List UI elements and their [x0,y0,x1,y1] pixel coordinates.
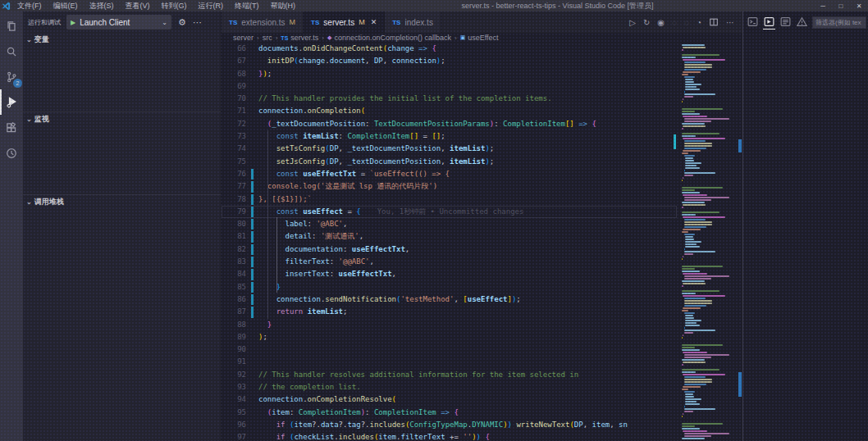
line-number[interactable]: 78 [222,193,246,206]
code-line[interactable]: 73 const itemList: CompletionItem[] = []… [222,130,677,143]
tab-server.ts[interactable]: TSserver.tsM✕ [304,11,385,33]
line-number[interactable]: 88 [222,319,246,331]
line-number[interactable]: 71 [222,105,246,117]
menu-item[interactable]: 查看(V) [120,0,156,11]
line-number[interactable]: 67 [222,55,246,67]
code-line[interactable]: 81 detail: '测试通讯', [222,230,677,243]
line-number[interactable]: 80 [222,218,246,230]
code-line[interactable]: 84 insertText: useEffectTxt, [222,268,677,280]
code-line[interactable]: 83 filterText: '@@ABC', [222,256,677,268]
activity-item-run-and-debug[interactable] [0,89,23,115]
code-line[interactable]: 69 [222,80,677,93]
code-line[interactable]: 86 connection.sendNotification('testMeth… [222,293,677,306]
code-line[interactable]: 70// This handler provides the initial l… [222,93,677,105]
menu-item[interactable]: 选择(S) [84,0,120,11]
line-number[interactable]: 85 [222,281,246,293]
activity-item-search[interactable] [0,39,23,64]
line-number[interactable]: 82 [222,243,246,256]
minimize-icon[interactable]: ─ [814,0,832,11]
line-number[interactable]: 96 [222,419,246,431]
restart-icon[interactable]: ↻ [643,18,650,27]
code-line[interactable]: 88 } [222,319,677,331]
close-tab-icon[interactable]: ✕ [371,18,377,26]
line-number[interactable]: 92 [222,369,246,381]
activity-item-source-control[interactable]: 2 [0,64,23,89]
line-number[interactable]: 93 [222,381,246,393]
run-icon[interactable]: ▷ [629,18,636,27]
menu-item[interactable]: 终端(T) [229,0,265,11]
panel-tab-problems[interactable] [796,16,808,29]
line-number[interactable]: 86 [222,293,246,306]
code-line[interactable]: 68}); [222,68,677,80]
panel-tab-terminal[interactable] [747,16,759,29]
breadcrumb-item[interactable]: TSserver.ts [281,34,318,42]
code-line[interactable]: 72 (_textDocumentPosition: TextDocumentP… [222,118,677,130]
line-number[interactable]: 97 [222,431,246,441]
line-number[interactable]: 79 [222,206,246,218]
code-line[interactable]: 85 } [222,281,677,293]
breadcrumb-item[interactable]: ▣useEffect [460,34,499,42]
activity-item-extensions[interactable] [0,115,23,140]
activity-item-explorer[interactable] [0,13,23,39]
code-line[interactable]: 87 return itemList; [222,306,677,318]
code-line[interactable]: 79 const useEffect = {You, 1秒钟前 • Uncomm… [222,206,677,218]
code-line[interactable]: 75 setJsConfig(DP, _textDocumentPosition… [222,156,677,168]
line-number[interactable]: 76 [222,168,246,180]
gear-icon[interactable]: ⚙ [178,18,186,27]
code-line[interactable]: 66documents.onDidChangeContent(change =>… [222,43,677,55]
close-icon[interactable]: ✕ [850,0,868,11]
panel-tab-debug-console[interactable] [763,16,775,30]
line-number[interactable]: 72 [222,118,246,130]
code-line[interactable]: 82 documentation: useEffectTxt, [222,243,677,256]
line-number[interactable]: 84 [222,268,246,280]
open-preview-icon[interactable]: ◉ [657,18,665,27]
start-debug-icon[interactable]: ▶ [71,19,75,26]
more-actions-icon[interactable]: ⋯ [193,18,202,27]
maximize-icon[interactable]: □ [832,0,850,11]
line-number[interactable]: 73 [222,130,246,143]
menu-item[interactable]: 转到(G) [156,0,193,11]
more-actions-icon[interactable]: ⋯ [726,18,734,27]
debug-console-filter-input[interactable] [812,16,866,29]
line-number[interactable]: 70 [222,93,246,105]
code-line[interactable]: 92// This handler resolves additional in… [222,369,677,381]
code-line[interactable]: 90 [222,343,677,356]
code-line[interactable]: 93// the completion list. [222,381,677,393]
tab-extension.ts[interactable]: TSextension.tsM [222,11,304,33]
menu-item[interactable]: 帮助(H) [265,0,302,11]
breadcrumb-item[interactable]: src [263,34,272,42]
code-line[interactable]: 80 label: '@ABC', [222,218,677,230]
code-line[interactable]: 67 initDP(change.document, DP, connectio… [222,55,677,67]
code-line[interactable]: 97 if (checkList.includes(item.filterTex… [222,431,677,441]
variables-section-header[interactable]: ⌄ 变量 [23,33,221,46]
line-number[interactable]: 90 [222,343,246,356]
code-line[interactable]: 96 if (item?.data?.tag?.includes(ConfigT… [222,419,677,431]
code-line[interactable]: 95 (item: CompletionItem): CompletionIte… [222,407,677,419]
line-number[interactable]: 77 [222,180,246,193]
line-number[interactable]: 95 [222,407,246,419]
code-line[interactable]: 71connection.onCompletion( [222,105,677,117]
line-number[interactable]: 74 [222,143,246,155]
panel-tab-output[interactable] [779,16,792,29]
code-line[interactable]: 91 [222,356,677,368]
breadcrumb-item[interactable]: server [233,34,254,42]
code-line[interactable]: 74 setTsConfig(DP, _textDocumentPosition… [222,143,677,155]
launch-config-dropdown[interactable]: ▶ Launch Client ⌄ [66,15,171,30]
nav-forward-icon[interactable]: ◌ [684,18,689,27]
split-editor-icon[interactable] [709,17,719,27]
code-line[interactable]: 77 console.log('这是测试 lsp 通讯的代码片段') [222,180,677,193]
line-number[interactable]: 69 [222,80,246,93]
line-number[interactable]: 94 [222,393,246,406]
callstack-section-header[interactable]: ⌄ 调用堆栈 [23,195,221,208]
line-number[interactable]: 87 [222,306,246,318]
line-number[interactable]: 68 [222,68,246,80]
code-editor[interactable]: 66documents.onDidChangeContent(change =>… [222,43,742,441]
line-number[interactable]: 66 [222,43,246,55]
breadcrumb-item[interactable]: ◆connection.onCompletion() callback [327,34,451,42]
code-line[interactable]: 76 const useEffectTxt = `useEffect(() =>… [222,168,677,180]
nav-back-icon[interactable]: ◌ [672,18,677,27]
activity-item-timeline[interactable] [0,140,23,166]
minimap[interactable] [682,43,737,441]
tab-index.ts[interactable]: TSindex.ts [385,11,441,33]
line-number[interactable]: 89 [222,331,246,343]
